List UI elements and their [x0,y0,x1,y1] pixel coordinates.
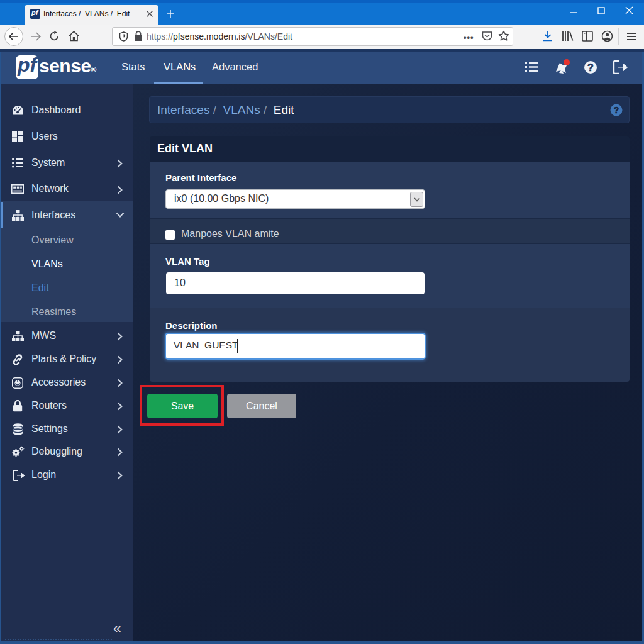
svg-text:?: ? [614,105,619,115]
svg-text:?: ? [587,62,594,73]
